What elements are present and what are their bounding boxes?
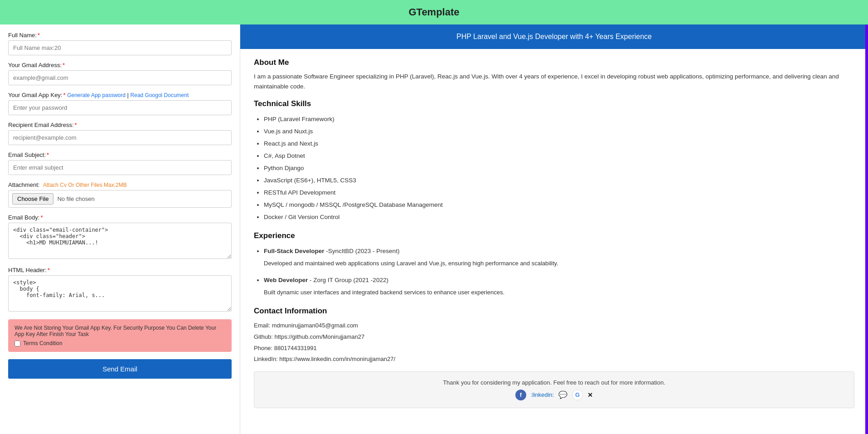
experience-company: - Zorg IT Group (2021 -2022) <box>310 277 388 283</box>
full-name-label: Full Name:* <box>8 32 232 39</box>
footer-icons: f :linkedin: 💬 G ✕ <box>263 390 845 400</box>
contact-line: Phone: 8801744331991 <box>254 343 854 354</box>
recipient-email-group: Recipient Email Address:* <box>8 122 232 145</box>
skill-item: Python Django <box>264 162 854 174</box>
choose-file-button[interactable]: Choose File <box>12 193 53 205</box>
contact-lines: Email: mdmunirujjaman045@gmail.comGithub… <box>254 320 854 365</box>
html-header-group: HTML Header:* <style> body { font-family… <box>8 267 232 313</box>
skill-item: C#, Asp Dotnet <box>264 150 854 162</box>
resume-footer: Thank you for considering my application… <box>254 371 854 408</box>
skill-item: MySQL / mongodb / MSSQL /PostgreSQL Data… <box>264 199 854 211</box>
gmail-address-group: Your Gmail Address:* <box>8 62 232 85</box>
facebook-icon: f <box>515 390 526 400</box>
experience-desc: Developed and maintained web application… <box>264 260 558 267</box>
experience-company: -SyncItBD (2023 - Present) <box>326 248 399 254</box>
experience-list: Full-Stack Developer -SyncItBD (2023 - P… <box>254 245 854 298</box>
app-key-label: Your Gmail App Key:* Generate App passwo… <box>8 92 232 98</box>
footer-text: Thank you for considering my application… <box>263 379 845 386</box>
app-key-group: Your Gmail App Key:* Generate App passwo… <box>8 92 232 115</box>
email-subject-label: Email Subject:* <box>8 151 232 158</box>
email-subject-group: Email Subject:* <box>8 151 232 175</box>
email-subject-input[interactable] <box>8 160 232 175</box>
experience-desc: Built dynamic user interfaces and integr… <box>264 289 504 296</box>
contact-line: LinkedIn: https://www.linkedin.com/in/mo… <box>254 354 854 365</box>
skill-item: React.js and Next.js <box>264 137 854 150</box>
security-notice: We Are Not Storing Your Gmail App Key. F… <box>8 319 232 352</box>
chat-icon: 💬 <box>558 390 567 399</box>
x-icon: ✕ <box>587 391 593 399</box>
skill-item: RESTful API Development <box>264 186 854 199</box>
google-icon: G <box>572 390 583 400</box>
file-no-file-label: No file chosen <box>57 195 94 202</box>
generate-app-password-link[interactable]: Generate App password <box>67 92 126 98</box>
html-header-label: HTML Header:* <box>8 267 232 273</box>
contact-line: Email: mdmunirujjaman045@gmail.com <box>254 320 854 332</box>
recipient-email-label: Recipient Email Address:* <box>8 122 232 128</box>
experience-role: Web Developer <box>264 277 308 283</box>
contact-line: Github: https://github.com/Monirujjaman2… <box>254 332 854 343</box>
app-header: GTemplate <box>0 0 868 24</box>
html-header-textarea[interactable]: <style> body { font-family: Arial, s... <box>8 275 232 312</box>
skills-list: PHP (Laravel Framework)Vue.js and Nuxt.j… <box>254 113 854 223</box>
terms-label[interactable]: Terms Condition <box>23 340 63 346</box>
experience-role: Full-Stack Developer <box>264 248 325 254</box>
linkedin-icon: :linkedin: <box>531 391 554 398</box>
skill-item: Docker / Git Version Control <box>264 211 854 223</box>
full-name-group: Full Name:* <box>8 32 232 55</box>
experience-item: Web Developer - Zorg IT Group (2021 -202… <box>254 274 854 298</box>
attachment-group: Attachment: Attach Cv Or Other Files Max… <box>8 181 232 208</box>
left-panel: Full Name:* Your Gmail Address:* Your Gm… <box>0 24 240 434</box>
recipient-email-input[interactable] <box>8 130 232 145</box>
resume-blue-bar: PHP Laravel and Vue.js Developer with 4+… <box>240 24 868 49</box>
terms-checkbox[interactable] <box>15 341 20 346</box>
attachment-label: Attachment: Attach Cv Or Other Files Max… <box>8 181 232 188</box>
technical-skills-title: Technical Skills <box>254 99 854 108</box>
skill-item: PHP (Laravel Framework) <box>264 113 854 125</box>
gmail-address-label: Your Gmail Address:* <box>8 62 232 68</box>
about-me-text: I am a passionate Software Engineer spec… <box>254 72 854 91</box>
email-body-textarea[interactable]: <div class="email-container"> <div class… <box>8 223 232 259</box>
experience-title: Experience <box>254 231 854 240</box>
main-layout: Full Name:* Your Gmail Address:* Your Gm… <box>0 24 868 434</box>
file-input-wrapper: Choose File No file chosen <box>8 190 232 208</box>
full-name-input[interactable] <box>8 40 232 55</box>
app-key-input[interactable] <box>8 100 232 115</box>
email-body-group: Email Body:* <div class="email-container… <box>8 214 232 260</box>
experience-item: Full-Stack Developer -SyncItBD (2023 - P… <box>254 245 854 269</box>
email-body-label: Email Body:* <box>8 214 232 221</box>
right-panel: PHP Laravel and Vue.js Developer with 4+… <box>240 24 868 434</box>
send-email-button[interactable]: Send Email <box>8 359 232 379</box>
app-title: GTemplate <box>408 6 459 18</box>
skill-item: JavaScript (ES6+), HTML5, CSS3 <box>264 174 854 186</box>
attachment-hint: Attach Cv Or Other Files Max:2MB <box>43 182 127 188</box>
resume-content: About Me I am a passionate Software Engi… <box>240 49 868 422</box>
skill-item: Vue.js and Nuxt.js <box>264 125 854 137</box>
contact-title: Contact Information <box>254 307 854 316</box>
terms-row: Terms Condition <box>15 340 225 346</box>
about-me-title: About Me <box>254 58 854 67</box>
read-googol-link[interactable]: Read Googol Document <box>131 92 189 98</box>
gmail-address-input[interactable] <box>8 70 232 85</box>
